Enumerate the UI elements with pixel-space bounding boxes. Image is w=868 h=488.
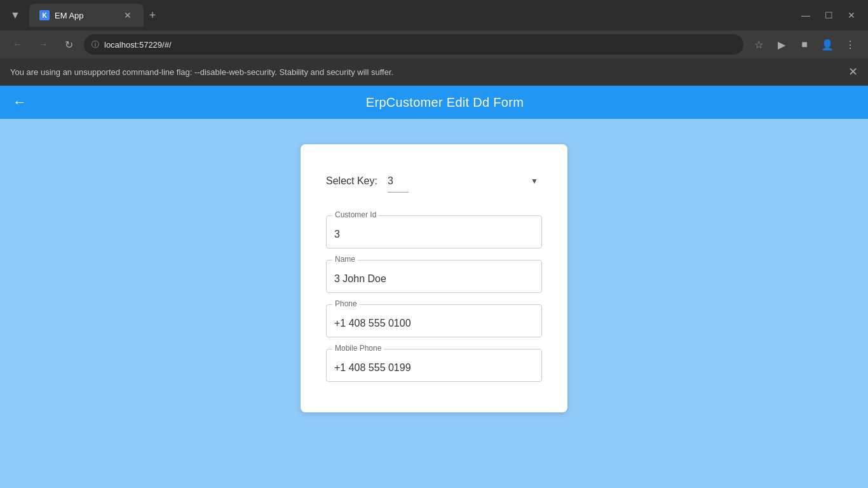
address-bar-row: ← → ↻ ⓘ localhost:57229/#/ ☆ ▶ ■ 👤 ⋮ xyxy=(0,30,868,58)
warning-close-button[interactable]: ✕ xyxy=(848,65,858,79)
tab-favicon: K xyxy=(39,10,50,20)
maximize-button[interactable]: ☐ xyxy=(818,6,839,24)
name-field-group: Name xyxy=(326,260,542,293)
app-header-title: ErpCustomer Edit Dd Form xyxy=(34,95,855,110)
warning-message: You are using an unsupported command-lin… xyxy=(10,67,393,77)
lock-icon: ⓘ xyxy=(92,39,99,50)
url-text: localhost:57229/#/ xyxy=(104,40,736,50)
customer-id-input[interactable] xyxy=(326,215,542,248)
tab-close-button[interactable]: ✕ xyxy=(122,10,133,21)
name-input[interactable] xyxy=(326,260,542,293)
phone-field-group: Phone xyxy=(326,304,542,337)
mobile-phone-input[interactable] xyxy=(326,349,542,382)
new-tab-button[interactable]: + xyxy=(144,6,161,24)
mobile-phone-label: Mobile Phone xyxy=(332,344,384,353)
select-key-row: Select Key: 1 2 3 4 5 xyxy=(326,170,542,193)
tab-dropdown-btn[interactable]: ▼ xyxy=(6,6,24,24)
app-header: ← ErpCustomer Edit Dd Form xyxy=(0,86,868,119)
browser-tab-bar: ▼ K EM App ✕ + — ☐ ✕ xyxy=(0,0,868,30)
forward-nav-button[interactable]: → xyxy=(33,34,53,55)
profile-button[interactable]: 👤 xyxy=(817,34,837,55)
app-content: Select Key: 1 2 3 4 5 Customer Id Name xyxy=(0,119,868,488)
phone-label: Phone xyxy=(332,299,360,308)
select-key-wrapper: 1 2 3 4 5 xyxy=(388,170,542,193)
close-button[interactable]: ✕ xyxy=(841,6,862,24)
browser-toolbar: ☆ ▶ ■ 👤 ⋮ xyxy=(749,34,860,55)
mobile-phone-field-group: Mobile Phone xyxy=(326,349,542,382)
extensions-button[interactable]: ■ xyxy=(794,34,815,55)
more-menu-button[interactable]: ⋮ xyxy=(840,34,860,55)
window-controls: — ☐ ✕ xyxy=(796,6,862,24)
warning-bar: You are using an unsupported command-lin… xyxy=(0,58,868,86)
form-card: Select Key: 1 2 3 4 5 Customer Id Name xyxy=(301,144,567,412)
back-nav-button[interactable]: ← xyxy=(8,34,28,55)
bookmark-button[interactable]: ☆ xyxy=(749,34,769,55)
tab-title: EM App xyxy=(55,11,117,20)
address-bar[interactable]: ⓘ localhost:57229/#/ xyxy=(84,34,743,55)
reload-button[interactable]: ↻ xyxy=(58,34,79,55)
phone-input[interactable] xyxy=(326,304,542,337)
app-back-button[interactable]: ← xyxy=(13,94,27,111)
customer-id-label: Customer Id xyxy=(332,210,379,219)
media-button[interactable]: ▶ xyxy=(771,34,792,55)
minimize-button[interactable]: — xyxy=(796,6,816,24)
select-key-label: Select Key: xyxy=(326,175,377,187)
customer-id-field-group: Customer Id xyxy=(326,215,542,248)
name-label: Name xyxy=(332,255,358,264)
select-key-dropdown[interactable]: 1 2 3 4 5 xyxy=(388,170,409,193)
active-tab[interactable]: K EM App ✕ xyxy=(29,4,144,27)
tab-list: K EM App ✕ + xyxy=(29,4,790,27)
